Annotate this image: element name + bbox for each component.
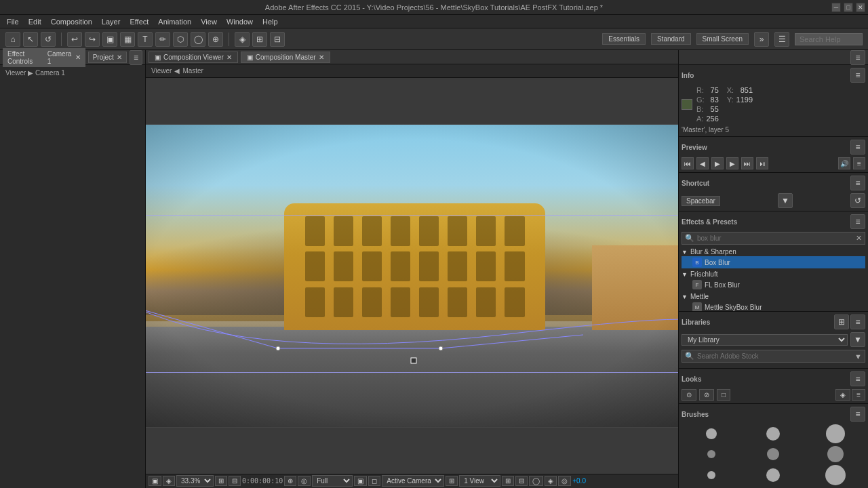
- quality-select[interactable]: FullHalfQuarter: [312, 475, 353, 487]
- library-select[interactable]: My Library: [682, 334, 848, 346]
- color-swatch[interactable]: [682, 99, 692, 110]
- right-panel-menu[interactable]: ≡: [850, 50, 865, 65]
- looks-menu[interactable]: ≡: [850, 371, 865, 386]
- looks-settings[interactable]: ≡: [852, 389, 865, 401]
- preview-last[interactable]: ⏭: [741, 157, 753, 169]
- minimize-button[interactable]: ─: [831, 3, 841, 12]
- tool-puppet[interactable]: ◈: [235, 32, 250, 47]
- preview-first[interactable]: ⏮: [682, 157, 694, 169]
- preview-loop[interactable]: ⏯: [756, 157, 768, 169]
- left-panel-menu[interactable]: ≡: [130, 50, 142, 65]
- tab-project[interactable]: Project ✕: [88, 52, 127, 63]
- preview-play[interactable]: ▶: [711, 157, 724, 169]
- close-tab-icon[interactable]: ✕: [75, 54, 81, 61]
- fit-button[interactable]: ⊞: [215, 476, 227, 486]
- info-menu[interactable]: ≡: [850, 68, 865, 83]
- menu-effect[interactable]: Effect: [125, 16, 153, 27]
- effects-menu[interactable]: ≡: [850, 214, 865, 229]
- close-comp-viewer-icon[interactable]: ✕: [226, 54, 232, 61]
- shortcut-reset[interactable]: ↺: [850, 193, 865, 208]
- tab-composition-master[interactable]: ▣ Composition Master ✕: [241, 52, 330, 63]
- menu-file[interactable]: File: [3, 16, 23, 27]
- preview-next[interactable]: ▶: [726, 157, 738, 169]
- brush-item-7[interactable]: [682, 465, 741, 485]
- close-comp-master-icon[interactable]: ✕: [319, 54, 324, 61]
- blur-sharpen-header[interactable]: ▼ Blur & Sharpen: [682, 247, 865, 256]
- adobe-stock-input[interactable]: [697, 352, 852, 360]
- tool-comp[interactable]: ▣: [102, 32, 117, 47]
- lib-menu[interactable]: ≡: [850, 314, 865, 329]
- zoom-select[interactable]: 33.3%50%100%: [176, 475, 214, 487]
- menu-help[interactable]: Help: [258, 16, 282, 27]
- maximize-button[interactable]: □: [844, 3, 853, 12]
- effect-item-box-blur[interactable]: B Box Blur: [682, 256, 865, 268]
- toggle-panel[interactable]: ☰: [774, 32, 789, 47]
- looks-btn2[interactable]: ⊘: [699, 389, 714, 401]
- menu-layer[interactable]: Layer: [98, 16, 125, 27]
- layout-btn[interactable]: ⊞: [502, 476, 514, 486]
- camera-btn[interactable]: ⊞: [446, 476, 458, 486]
- tool-render[interactable]: ▦: [120, 32, 135, 47]
- tool-3d[interactable]: ⊟: [270, 32, 285, 47]
- preview-menu[interactable]: ≡: [850, 140, 865, 155]
- brushes-menu[interactable]: ≡: [850, 407, 865, 422]
- grid-button[interactable]: ⊟: [229, 476, 241, 486]
- layer-btn[interactable]: ◯: [529, 476, 543, 486]
- alpha-button[interactable]: ▣: [354, 476, 367, 486]
- effects-search-input[interactable]: [697, 235, 853, 242]
- preview-mute[interactable]: 🔊: [838, 157, 850, 169]
- tool-clone[interactable]: ⊕: [208, 32, 223, 47]
- alpha2-button[interactable]: ◻: [368, 476, 380, 486]
- tool-redo[interactable]: ↪: [85, 32, 100, 47]
- tool-shape[interactable]: ◯: [191, 32, 205, 47]
- effect-item-fl-box-blur[interactable]: F FL Box Blur: [682, 279, 865, 291]
- brush-item-3[interactable]: [806, 424, 865, 443]
- lib-dropdown[interactable]: ▼: [850, 332, 865, 347]
- brush-item-9[interactable]: [806, 465, 865, 485]
- clear-search-icon[interactable]: ✕: [856, 234, 862, 243]
- shortcut-dropdown[interactable]: ▼: [778, 193, 793, 208]
- tool-paint[interactable]: ✏: [155, 32, 170, 47]
- 3d-axes-btn[interactable]: ⊟: [515, 476, 528, 486]
- vp-toggle-btn[interactable]: ▣: [149, 476, 161, 486]
- fps-btn[interactable]: ◎: [558, 476, 571, 486]
- tool-home[interactable]: ⌂: [5, 32, 20, 47]
- effect-item-mettle-skybox[interactable]: M Mettle SkyBox Blur: [682, 301, 865, 312]
- looks-btn1[interactable]: ⊙: [682, 389, 696, 401]
- menu-composition[interactable]: Composition: [47, 16, 96, 27]
- close-button[interactable]: ✕: [856, 3, 865, 12]
- render-status-btn[interactable]: ◈: [545, 476, 557, 486]
- vp-toggle2-btn[interactable]: ◈: [163, 476, 175, 486]
- brush-item-5[interactable]: [744, 446, 804, 462]
- looks-preview[interactable]: ◈: [835, 389, 850, 401]
- shortcut-value[interactable]: Spacebar: [682, 196, 720, 206]
- tab-composition-viewer[interactable]: ▣ Composition Viewer ✕: [149, 52, 238, 63]
- lib-grid-view[interactable]: ⊞: [834, 314, 849, 329]
- tab-effect-controls[interactable]: Effect Controls Camera 1 ✕: [3, 48, 85, 67]
- workspace-essentials[interactable]: Essentials: [602, 33, 646, 45]
- tool-text[interactable]: T: [138, 32, 153, 47]
- mettle-header[interactable]: ▼ Mettle: [682, 292, 865, 301]
- search-help-input[interactable]: [795, 33, 863, 45]
- tool-rotate[interactable]: ↺: [41, 32, 56, 47]
- brush-item-6[interactable]: [806, 446, 865, 462]
- camera-select[interactable]: Active Camera: [382, 475, 444, 487]
- stock-search-dropdown[interactable]: ▼: [854, 352, 862, 361]
- preview-settings[interactable]: ≡: [853, 157, 865, 169]
- menu-edit[interactable]: Edit: [24, 16, 45, 27]
- tool-pointer[interactable]: ↖: [23, 32, 38, 47]
- tool-undo[interactable]: ↩: [67, 32, 82, 47]
- menu-window[interactable]: Window: [222, 16, 257, 27]
- looks-btn3[interactable]: □: [717, 389, 730, 401]
- draft-button[interactable]: ◎: [298, 476, 311, 486]
- brush-item-1[interactable]: [682, 424, 741, 443]
- tool-camera[interactable]: ⊞: [252, 32, 267, 47]
- close-project-icon[interactable]: ✕: [117, 54, 122, 61]
- brush-item-2[interactable]: [744, 424, 804, 443]
- workspace-small-screen[interactable]: Small Screen: [696, 33, 749, 45]
- shortcut-menu[interactable]: ≡: [850, 176, 865, 190]
- brush-item-4[interactable]: [682, 446, 741, 462]
- menu-view[interactable]: View: [197, 16, 221, 27]
- views-select[interactable]: 1 View2 Views: [459, 475, 500, 487]
- tool-pen[interactable]: ⬡: [173, 32, 188, 47]
